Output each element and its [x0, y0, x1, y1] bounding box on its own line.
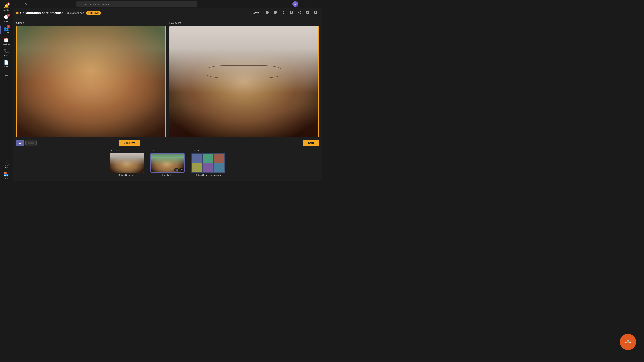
babak-video-overlay [110, 153, 144, 173]
queue-video [16, 26, 166, 137]
sidebar-item-label-teams: Teams [4, 32, 9, 34]
content-video [191, 153, 225, 173]
teams-icon: 👥 1 [4, 26, 9, 31]
activity-icon: 🔔 2 [4, 3, 9, 9]
sidebar: 🔔 2 Activity 💬 1 Chat 👥 1 Teams 📅 Meetin… [0, 0, 13, 181]
content-cell-5 [203, 163, 214, 172]
avatar[interactable]: D [292, 1, 298, 7]
start-button[interactable]: Start [303, 140, 319, 146]
forward-button[interactable]: › [19, 1, 21, 7]
presenter-name-danielle: Danielle B... [162, 174, 173, 176]
back-button[interactable]: ‹ [14, 1, 17, 7]
close-button[interactable]: ✕ [315, 1, 320, 6]
more-options-icon-btn[interactable] [312, 9, 319, 17]
qa-icon-btn[interactable] [288, 9, 295, 17]
split-view-button[interactable]: ⬛⬛ [25, 140, 37, 146]
presenter-role-label: Presenter [110, 149, 120, 152]
sidebar-item-chat[interactable]: 💬 1 Chat [0, 13, 13, 24]
settings-icon-btn[interactable] [304, 9, 311, 17]
files-icon: 📄 [4, 59, 9, 65]
single-view-button[interactable]: ▬ [16, 140, 24, 146]
mic-toggle-button[interactable]: 🎤 [179, 168, 183, 171]
minimize-button[interactable]: — [300, 1, 306, 6]
live-indicator [16, 12, 18, 14]
queue-video-frame [16, 26, 166, 137]
leave-button[interactable]: Leave [248, 10, 262, 16]
produce-icon [298, 10, 302, 14]
controls-bar: ▬ ⬛⬛ Send live Start [16, 140, 319, 146]
chat-icon-btn[interactable] [272, 9, 278, 17]
sidebar-item-label-help: Help [4, 166, 8, 168]
sidebar-item-calls[interactable]: 📞 Calls [0, 47, 13, 58]
camera-icon [265, 10, 269, 14]
attendees-count: 3333 attendees [66, 11, 84, 14]
produce-icon-btn[interactable] [296, 9, 303, 17]
queue-video-overlay [16, 26, 166, 137]
meeting-header-right: Leave [248, 9, 319, 17]
sidebar-item-label-meetings: Meetings [2, 43, 10, 45]
nav-buttons: ‹ › [14, 1, 22, 7]
sidebar-item-more[interactable]: ••• [0, 71, 13, 80]
calls-icon: 📞 [4, 48, 9, 54]
presenter-card-babak: Presenter Babak Shammas [110, 149, 144, 176]
titlebar-right: D — ☐ ✕ [292, 1, 320, 7]
more-options-icon [314, 10, 318, 14]
sidebar-item-store[interactable]: 🏪 Store [0, 170, 13, 181]
more-icon: ••• [4, 72, 9, 78]
presenter-thumb-content[interactable] [191, 153, 225, 173]
send-live-button[interactable]: Send live [119, 140, 140, 146]
sidebar-item-teams[interactable]: 👥 1 Teams [0, 24, 13, 35]
live-event-video-frame [169, 26, 319, 137]
queue-panel: Queue [16, 21, 166, 137]
chat-bubble-icon [273, 10, 277, 14]
live-event-label: Live event [169, 21, 319, 24]
content-area: Queue Live event [13, 18, 322, 181]
content-cell-4 [192, 163, 202, 172]
queue-label: Queue [16, 21, 166, 24]
participants-icon [281, 10, 285, 14]
teams-badge: 1 [7, 25, 10, 28]
restore-button[interactable]: ☐ [307, 1, 313, 6]
video-toggle-button[interactable]: 📹 [174, 168, 178, 171]
presenter-thumb-danielle[interactable]: 📹 🎤 [150, 153, 184, 173]
qa-icon [290, 10, 294, 14]
camera-icon-btn[interactable] [264, 9, 270, 17]
participants-icon-btn[interactable] [280, 9, 286, 17]
chat-icon: 💬 1 [4, 14, 9, 20]
content-cell-6 [214, 163, 224, 172]
sidebar-item-activity[interactable]: 🔔 2 Activity [0, 1, 13, 13]
content-role-label: Content [191, 149, 200, 152]
video-section: Queue Live event [16, 21, 319, 137]
sidebar-item-label-files: Files [4, 65, 8, 67]
avatar-status [296, 5, 298, 7]
live-event-video-overlay [170, 26, 318, 137]
sidebar-item-help[interactable]: ? Help [0, 158, 13, 170]
titlebar: ‹ › ✎ D — ☐ ✕ [13, 0, 322, 8]
presenter-name-babak: Babak Shammas [118, 174, 135, 176]
presenter-card-you: You 📹 🎤 Danielle B... [150, 149, 184, 176]
new-chat-button[interactable]: ✎ [23, 1, 29, 7]
meetings-icon: 📅 [4, 37, 9, 43]
presenter-card-content: Content Babek Shammas desktop [191, 149, 225, 176]
content-cell-2 [203, 154, 214, 163]
presenter-name-content: Babek Shammas desktop [196, 174, 220, 176]
sidebar-item-files[interactable]: 📄 Files [0, 58, 13, 69]
you-role-label: You [150, 149, 154, 152]
sidebar-item-label-store: Store [4, 177, 9, 179]
chat-badge: 1 [7, 14, 10, 17]
live-event-panel: Live event [169, 21, 319, 137]
store-icon: 🏪 [4, 171, 9, 177]
pre-live-badge: PRE-LIVE [86, 11, 100, 15]
settings-icon [306, 10, 310, 14]
presenter-strip: Presenter Babak Shammas You 📹 [16, 146, 319, 178]
help-icon: ? [4, 160, 9, 166]
search-input[interactable] [76, 1, 197, 7]
live-event-video [170, 26, 318, 137]
babak-video [110, 153, 144, 173]
meeting-title: Collaboration best practices [20, 11, 64, 15]
sidebar-item-label-calls: Calls [4, 54, 8, 56]
sidebar-item-meetings[interactable]: 📅 Meetings [0, 35, 13, 47]
presenter-thumb-babak[interactable] [110, 153, 144, 173]
content-cell-3 [214, 154, 224, 163]
glasses-detail [207, 65, 281, 78]
